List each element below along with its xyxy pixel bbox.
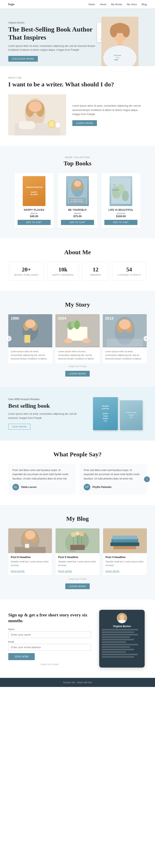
hero-body: Lorem ipsum dolor sit amet, consectetur …: [8, 44, 97, 52]
svg-text:you need to change: you need to change: [71, 201, 83, 203]
add-to-cart-1[interactable]: ADD TO CART: [18, 220, 51, 225]
svg-text:of my: of my: [116, 57, 120, 58]
blog-read-2[interactable]: READ MORE: [58, 570, 72, 572]
add-to-cart-3[interactable]: ADD TO CART: [104, 220, 137, 225]
svg-point-51: [64, 338, 73, 343]
svg-point-19: [49, 121, 55, 127]
tablet-line-8: [102, 646, 130, 648]
blog2-svg: [56, 528, 99, 553]
svg-rect-66: [15, 547, 46, 553]
about1-person-svg: [8, 94, 66, 135]
nav-mybooks[interactable]: My Books: [111, 3, 122, 6]
testimonials-title: What People Say?: [8, 451, 147, 458]
add-to-cart-2[interactable]: ADD TO CART: [61, 220, 94, 225]
about1-text: Lorem ipsum dolor sit amet, consectetur …: [72, 104, 147, 126]
stats-section: About Me 20+ BOOKS PUBLISHED 10k HAPPY R…: [0, 238, 155, 291]
svg-text:live: live: [113, 184, 116, 186]
svg-text:beautiful: beautiful: [112, 189, 119, 191]
tablet-line-4: [102, 637, 130, 638]
author-avatar-1: SL: [12, 484, 19, 490]
book-price-new-3: $169.00: [104, 215, 137, 218]
tablet-line-3: [102, 634, 138, 636]
bestsell-text: Over 4000 Amazon Reviews Best selling bo…: [8, 398, 83, 430]
stats-grid: 20+ BOOKS PUBLISHED 10k HAPPY READERS 12…: [8, 262, 147, 280]
about1-section: About Me I want to be a writer. What sho…: [0, 66, 155, 146]
stat-events-label: LITERARY EVENTS: [118, 274, 140, 276]
svg-rect-81: [110, 542, 139, 546]
stat-books: 20+ BOOKS PUBLISHED: [9, 262, 44, 280]
book-price-old-2: $90.00: [61, 212, 94, 215]
story-prev-arrow[interactable]: ‹: [6, 336, 11, 342]
name-input[interactable]: [8, 631, 91, 638]
book-cover-3: live is beautiful: [109, 176, 132, 206]
blog-card-1: Post 6 Headline Sample small text. Lorem…: [8, 528, 52, 576]
stat-awards-number: 12: [87, 266, 104, 273]
blog-read-3[interactable]: READ MORE: [106, 570, 120, 572]
nav-logo[interactable]: logo: [8, 2, 15, 6]
nav-mystory[interactable]: My Story: [127, 3, 137, 6]
blog-content-1: Post 6 Headline Sample small text. Lorem…: [8, 553, 52, 576]
blog-headline-1: Post 6 Headline: [11, 556, 49, 559]
stat-awards: 12 AWARDS: [82, 262, 109, 280]
author-initials-2: PP: [85, 486, 89, 489]
nav-links: Home About My Books My Story Blog: [88, 3, 147, 6]
about1-heading: I want to be a writer. What should I do?: [8, 81, 147, 88]
author-name-1: Stella Larson: [21, 486, 36, 489]
book-price-old-1: $60.00: [18, 212, 51, 215]
join-button[interactable]: JOIN NOW: [8, 653, 35, 660]
story-year-2: 2004: [58, 316, 66, 321]
navbar: logo Home About My Books My Story Blog: [0, 0, 155, 8]
about1-cta-button[interactable]: LEARN MORE: [72, 120, 97, 126]
blog-text-3: Sample small text. Lorem ipsum dolor sit…: [106, 560, 144, 567]
story-slide-3: 2013 Lorem ipsum dolor sit amet, consect…: [103, 314, 147, 363]
tablet-avatar-svg: [117, 613, 127, 623]
story-text-2: Lorem ipsum dolor sit amet, consectetur …: [58, 350, 97, 361]
newsletter-image-note: Image from Freepik: [8, 663, 91, 665]
stats-header: About Me: [8, 249, 147, 256]
blog-section: My Blog Post 6 Headline Sample: [0, 505, 155, 599]
about1-body: Lorem ipsum dolor sit amet, consectetur …: [72, 104, 147, 116]
svg-rect-77: [70, 545, 85, 550]
svg-point-71: [71, 532, 76, 537]
blog-card-3: Post 4 Headline Sample small text. Lorem…: [103, 528, 147, 576]
nav-home[interactable]: Home: [88, 3, 95, 6]
newsletter-form-area: Sign up & get a free short story every s…: [8, 612, 91, 665]
blog-cta-button[interactable]: LEARN MORE: [65, 583, 90, 589]
svg-text:To change your life: To change your life: [71, 199, 82, 200]
testimonials-next-arrow[interactable]: ›: [144, 476, 150, 482]
about1-label: About Me: [8, 76, 147, 79]
bestsell-book2: EVERYTHINGINSIDEYOU: [120, 400, 143, 430]
story-next-arrow[interactable]: ›: [144, 336, 149, 342]
story-image-note: Image from Freepik: [8, 365, 147, 368]
hero-cta-button[interactable]: DISCOVER MORE: [8, 56, 38, 62]
story-cta-button[interactable]: LEARN MORE: [65, 371, 90, 377]
story-slide-1: 1990 Lorem ipsum dolor sit amet, consect…: [8, 314, 52, 363]
story-content-2: Lorem ipsum dolor sit amet, consectetur …: [55, 347, 99, 363]
book-card-1: VIRGINIA BURTONHAPPYPLACES HAPPY PLACES …: [15, 173, 54, 228]
blog-text-1: Sample small text. Lorem ipsum dolor sit…: [11, 560, 49, 567]
story-content-3: Lorem ipsum dolor sit amet, consectetur …: [103, 347, 147, 363]
books-label: Book Collection: [8, 156, 147, 159]
email-input[interactable]: [8, 644, 91, 651]
testimonial-author-1: SL Stella Larson: [12, 484, 71, 490]
bestsell-cta-button[interactable]: VIEW MORE: [8, 424, 30, 430]
svg-point-20: [55, 123, 60, 128]
bestsell-books: VIRGINIABURTONEVERYTHINGINSIDEYOU EVERYT…: [89, 397, 147, 430]
book-cover-1: VIRGINIA BURTONHAPPYPLACES: [23, 176, 46, 206]
blog-img-1: [8, 528, 52, 553]
testimonials-header: What People Say?: [8, 451, 147, 458]
blog1-svg: [8, 528, 52, 553]
about1-content: Lorem ipsum dolor sit amet, consectetur …: [8, 94, 147, 135]
nav-blog[interactable]: Blog: [141, 3, 147, 6]
stat-events-number: 54: [118, 266, 140, 273]
svg-rect-80: [112, 535, 137, 539]
tablet-device: Virginia Burton: [99, 610, 145, 668]
blog-read-1[interactable]: READ MORE: [11, 570, 25, 572]
svg-rect-59: [107, 339, 143, 347]
nav-about[interactable]: About: [100, 3, 106, 6]
bestsell-book1: VIRGINIABURTONEVERYTHINGINSIDEYOU: [93, 397, 118, 430]
stat-books-label: BOOKS PUBLISHED: [14, 274, 38, 276]
books-grid: VIRGINIA BURTONHAPPYPLACES HAPPY PLACES …: [8, 173, 147, 228]
svg-point-58: [119, 319, 130, 329]
email-label: Email: [8, 641, 91, 643]
